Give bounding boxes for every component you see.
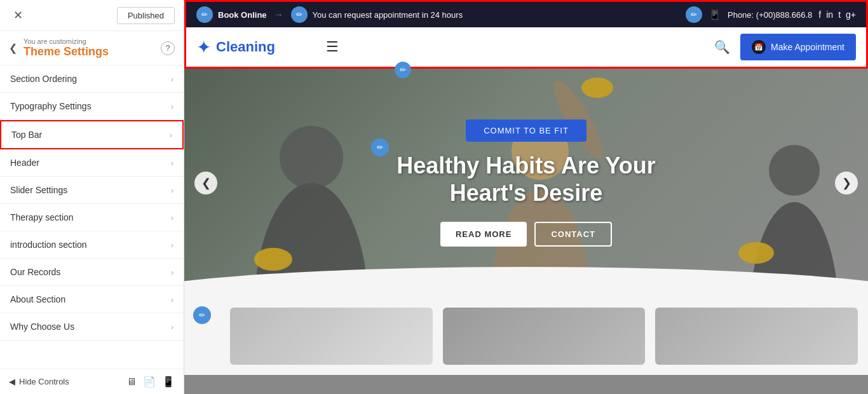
topbar-edit-appt-button[interactable]: ✏: [291, 6, 308, 23]
chevron-icon: ›: [171, 102, 173, 111]
chevron-icon: ›: [171, 74, 173, 84]
hamburger-menu-icon[interactable]: ☰: [326, 39, 339, 55]
search-icon[interactable]: 🔍: [714, 39, 730, 55]
chevron-icon: ›: [171, 295, 173, 304]
sidebar: ✕ Published ❮ You are customizing Theme …: [0, 0, 184, 394]
read-more-button[interactable]: READ MORE: [440, 222, 527, 247]
google-icon[interactable]: g+: [846, 10, 856, 20]
sidebar-menu: Section Ordering › Typography Settings ›…: [0, 65, 184, 369]
sidebar-item-section-ordering[interactable]: Section Ordering ›: [0, 65, 184, 93]
chevron-icon: ›: [171, 240, 173, 250]
topbar-edit-phone-button[interactable]: ✏: [686, 6, 702, 23]
chevron-icon: ›: [171, 158, 173, 168]
commit-to-be-fit-button[interactable]: COMMIT TO BE FIT: [466, 119, 587, 142]
hero-next-button[interactable]: ❯: [835, 172, 858, 194]
logo-icon: ✦: [196, 37, 211, 58]
svg-point-1: [280, 126, 343, 189]
svg-point-9: [738, 242, 774, 264]
help-button[interactable]: ?: [161, 41, 175, 55]
tablet-view-button[interactable]: 📄: [143, 376, 156, 388]
appt-text: You can request appointment in 24 hours: [313, 10, 463, 20]
book-online-text: Book Online: [218, 10, 267, 20]
sidebar-item-therapy-section[interactable]: Therapy section ›: [0, 204, 184, 231]
linkedin-icon[interactable]: in: [826, 10, 833, 20]
hide-controls-button[interactable]: ◀ Hide Controls: [9, 377, 69, 386]
facebook-icon[interactable]: f: [818, 10, 821, 20]
sidebar-item-introduction-section[interactable]: introduction section ›: [0, 231, 184, 259]
phone-text: Phone: (+00)888.666.8: [728, 10, 812, 20]
bottom-card-3: [655, 308, 858, 365]
calendar-icon: 📅: [752, 40, 766, 54]
mobile-view-button[interactable]: 📱: [162, 376, 175, 388]
sidebar-title-block: You are customizing Theme Settings: [24, 37, 154, 58]
sidebar-item-why-choose-us[interactable]: Why Choose Us ›: [0, 313, 184, 341]
pencil-icon: ✏: [201, 10, 208, 19]
chevron-icon: ›: [170, 130, 172, 140]
sidebar-item-typography-settings[interactable]: Typography Settings ›: [0, 93, 184, 120]
pencil-icon: ✏: [199, 311, 205, 320]
header-logo: ✏ ✦ Cleaning: [196, 37, 275, 58]
svg-point-8: [769, 145, 820, 196]
view-icons: 🖥 📄 📱: [126, 376, 175, 388]
published-button[interactable]: Published: [117, 7, 175, 24]
chevron-icon: ›: [171, 186, 173, 195]
pencil-icon: ✏: [296, 10, 302, 19]
bottom-card-1: [230, 308, 433, 365]
chevron-icon: ›: [171, 268, 173, 277]
bottom-card-2: [443, 308, 646, 365]
pencil-icon: ✏: [400, 65, 406, 74]
header-edit-button[interactable]: ✏: [395, 62, 411, 78]
theme-settings-title: Theme Settings: [24, 45, 154, 58]
customizing-label: You are customizing: [24, 37, 154, 45]
sidebar-item-slider-settings[interactable]: Slider Settings ›: [0, 177, 184, 204]
hide-icon: ◀: [9, 377, 15, 386]
site-topbar: ✏ Book Online → ✏ You can request appoin…: [184, 0, 868, 27]
bottom-edit-button[interactable]: ✏: [193, 306, 211, 324]
site-bottom-section: ✏: [184, 297, 868, 375]
sidebar-item-header[interactable]: Header ›: [0, 149, 184, 177]
contact-button[interactable]: CONTACT: [534, 222, 612, 247]
logo-text: Cleaning: [216, 39, 275, 55]
hero-buttons: READ MORE CONTACT: [397, 222, 655, 247]
sidebar-back-row: ❮ You are customizing Theme Settings ?: [0, 31, 184, 65]
sidebar-item-top-bar[interactable]: Top Bar ›: [0, 120, 184, 149]
make-appointment-button[interactable]: 📅 Make Appointment: [740, 34, 856, 60]
phone-icon: 📱: [709, 9, 721, 21]
pencil-icon: ✏: [691, 10, 697, 19]
topbar-arrow: →: [275, 10, 283, 20]
sidebar-item-our-records[interactable]: Our Records ›: [0, 259, 184, 286]
hero-title: Healthy Habits Are Your Heart's Desire: [397, 152, 655, 207]
svg-point-6: [581, 78, 613, 98]
sidebar-bottom: ◀ Hide Controls 🖥 📄 📱: [0, 369, 184, 394]
chevron-icon: ›: [171, 322, 173, 332]
sidebar-top-bar: ✕ Published: [0, 0, 184, 31]
site-header: ✏ ✦ Cleaning ☰ 🔍 📅 Make Appointment: [184, 27, 868, 69]
hero-content: ✏ COMMIT TO BE FIT Healthy Habits Are Yo…: [397, 119, 655, 247]
topbar-left: ✏ Book Online → ✏ You can request appoin…: [196, 6, 463, 23]
twitter-icon[interactable]: t: [838, 10, 841, 20]
topbar-edit-book-button[interactable]: ✏: [196, 6, 213, 23]
desktop-view-button[interactable]: 🖥: [126, 376, 137, 388]
sidebar-item-about-section[interactable]: About Section ›: [0, 286, 184, 313]
hero-prev-button[interactable]: ❮: [194, 172, 217, 194]
hero-section: ✏ COMMIT TO BE FIT Healthy Habits Are Yo…: [184, 69, 868, 297]
back-button[interactable]: ❮: [9, 42, 17, 54]
pencil-icon: ✏: [377, 143, 383, 152]
social-icons: f in t g+: [818, 10, 856, 20]
chevron-icon: ›: [171, 213, 173, 222]
preview-area: ✏ Book Online → ✏ You can request appoin…: [184, 0, 868, 394]
svg-point-2: [254, 248, 292, 271]
topbar-right: ✏ 📱 Phone: (+00)888.666.8 f in t g+: [686, 6, 856, 23]
close-button[interactable]: ✕: [9, 6, 27, 24]
hero-edit-button[interactable]: ✏: [371, 139, 389, 156]
